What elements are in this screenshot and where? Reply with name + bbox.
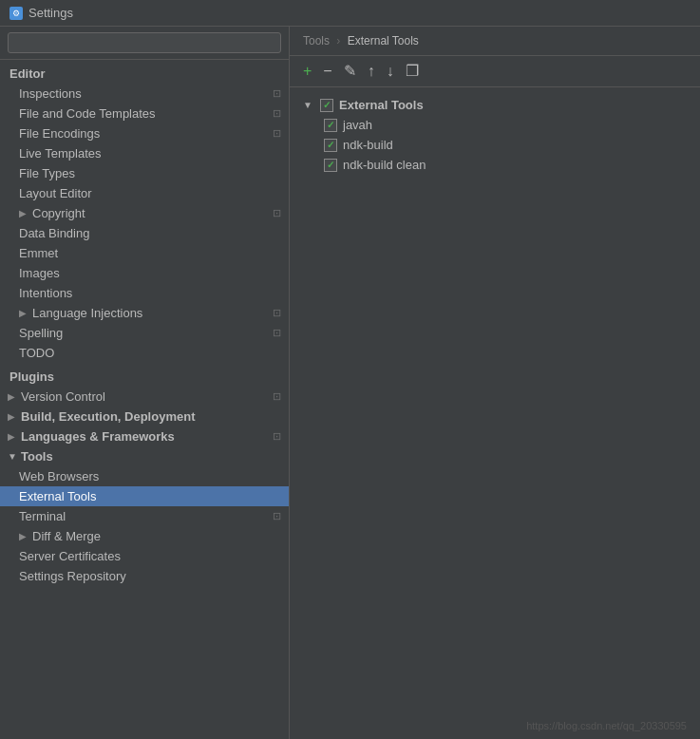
title-text: Settings bbox=[28, 6, 73, 20]
tool-item-ndk-build[interactable]: ndk-build bbox=[299, 135, 691, 155]
expand-arrow: ▶ bbox=[8, 431, 21, 442]
sidebar-item-label: File Encodings bbox=[19, 126, 273, 141]
external-tools-group[interactable]: ▼ External Tools bbox=[299, 95, 691, 115]
tool-checkbox[interactable] bbox=[324, 139, 337, 152]
sidebar-item-label: Intentions bbox=[19, 286, 281, 300]
sidebar-item-label: Emmet bbox=[19, 246, 281, 260]
sidebar-item-file-types[interactable]: File Types bbox=[0, 163, 289, 183]
sidebar-item-emmet[interactable]: Emmet bbox=[0, 243, 289, 263]
add-button[interactable]: + bbox=[299, 62, 315, 81]
sidebar-item-label: Live Templates bbox=[19, 146, 281, 161]
sidebar-item-live-templates[interactable]: Live Templates bbox=[0, 143, 289, 163]
search-box bbox=[0, 27, 289, 60]
copy-icon: ⊡ bbox=[273, 307, 281, 319]
tool-label: javah bbox=[343, 118, 372, 132]
sidebar-item-language-injections[interactable]: ▶ Language Injections ⊡ bbox=[0, 303, 289, 323]
sidebar-item-label: Data Binding bbox=[19, 226, 281, 240]
sidebar-item-label: Terminal bbox=[19, 509, 273, 523]
group-label: External Tools bbox=[339, 98, 424, 112]
plugins-section-header: Plugins bbox=[0, 367, 289, 387]
tool-checkbox[interactable] bbox=[324, 159, 337, 172]
copy-icon: ⊡ bbox=[273, 207, 281, 219]
sidebar-item-server-certificates[interactable]: Server Certificates bbox=[0, 546, 289, 566]
sidebar-item-label: Server Certificates bbox=[19, 549, 281, 563]
tool-label: ndk-build bbox=[343, 138, 393, 152]
copy-group-button[interactable]: ❐ bbox=[402, 62, 423, 81]
copy-icon: ⊡ bbox=[273, 87, 281, 100]
expand-arrow: ▶ bbox=[19, 208, 32, 218]
sidebar-item-terminal[interactable]: Terminal ⊡ bbox=[0, 506, 289, 526]
sidebar-item-web-browsers[interactable]: Web Browsers bbox=[0, 466, 289, 486]
sidebar-item-label: Settings Repository bbox=[19, 569, 281, 583]
copy-icon: ⊡ bbox=[273, 107, 281, 120]
tool-item-javah[interactable]: javah bbox=[299, 115, 691, 135]
sidebar-item-version-control[interactable]: ▶ Version Control ⊡ bbox=[0, 387, 289, 407]
copy-icon: ⊡ bbox=[273, 430, 281, 443]
settings-icon: ⚙ bbox=[9, 7, 23, 20]
title-bar: ⚙ Settings bbox=[0, 0, 700, 27]
move-down-button[interactable]: ↓ bbox=[383, 62, 398, 81]
tool-item-ndk-build-clean[interactable]: ndk-build clean bbox=[299, 155, 691, 175]
copy-icon: ⊡ bbox=[273, 510, 281, 522]
copy-icon: ⊡ bbox=[273, 390, 281, 403]
sidebar-item-label: Version Control bbox=[21, 389, 273, 404]
right-panel: Tools › External Tools + − ✎ ↑ ↓ ❐ ▼ Ext… bbox=[290, 27, 700, 739]
sidebar-content: Editor Inspections ⊡ File and Code Templ… bbox=[0, 60, 289, 739]
sidebar-item-label: External Tools bbox=[19, 489, 281, 503]
sidebar-item-file-code-templates[interactable]: File and Code Templates ⊡ bbox=[0, 104, 289, 123]
sidebar-item-copyright[interactable]: ▶ Copyright ⊡ bbox=[0, 203, 289, 223]
tool-label: ndk-build clean bbox=[343, 158, 426, 172]
sidebar-item-inspections[interactable]: Inspections ⊡ bbox=[0, 84, 289, 104]
sidebar-item-settings-repository[interactable]: Settings Repository bbox=[0, 566, 289, 586]
expand-arrow: ▼ bbox=[8, 451, 21, 462]
sidebar-item-external-tools[interactable]: External Tools bbox=[0, 486, 289, 506]
move-up-button[interactable]: ↑ bbox=[364, 62, 379, 81]
sidebar-item-label: Layout Editor bbox=[19, 186, 281, 200]
sidebar-item-tools-header[interactable]: ▼ Tools bbox=[0, 446, 289, 466]
sidebar-item-todo[interactable]: TODO bbox=[0, 343, 289, 363]
sidebar-item-label: Build, Execution, Deployment bbox=[21, 409, 281, 424]
sidebar-item-label: File and Code Templates bbox=[19, 106, 273, 121]
expand-arrow: ▶ bbox=[8, 411, 21, 422]
sidebar-item-label: Copyright bbox=[32, 206, 273, 220]
sidebar: Editor Inspections ⊡ File and Code Templ… bbox=[0, 27, 290, 739]
sidebar-item-languages[interactable]: ▶ Languages & Frameworks ⊡ bbox=[0, 426, 289, 446]
sidebar-item-label: TODO bbox=[19, 346, 281, 360]
expand-arrow: ▶ bbox=[19, 308, 32, 318]
breadcrumb-parent: Tools bbox=[303, 34, 330, 47]
sidebar-item-spelling[interactable]: Spelling ⊡ bbox=[0, 323, 289, 343]
sidebar-item-label: Tools bbox=[21, 449, 281, 464]
main-container: Editor Inspections ⊡ File and Code Templ… bbox=[0, 27, 700, 739]
search-input[interactable] bbox=[8, 32, 281, 53]
group-checkbox[interactable] bbox=[320, 99, 333, 112]
breadcrumb: Tools › External Tools bbox=[290, 27, 700, 56]
remove-button[interactable]: − bbox=[319, 62, 335, 81]
sidebar-item-label: Diff & Merge bbox=[32, 529, 281, 543]
sidebar-item-build[interactable]: ▶ Build, Execution, Deployment bbox=[0, 407, 289, 426]
sidebar-item-layout-editor[interactable]: Layout Editor bbox=[0, 183, 289, 203]
sidebar-item-images[interactable]: Images bbox=[0, 263, 289, 283]
group-expand-arrow: ▼ bbox=[303, 100, 314, 110]
copy-icon: ⊡ bbox=[273, 127, 281, 140]
sidebar-item-file-encodings[interactable]: File Encodings ⊡ bbox=[0, 123, 289, 143]
breadcrumb-current: External Tools bbox=[348, 34, 419, 47]
sidebar-item-intentions[interactable]: Intentions bbox=[0, 283, 289, 303]
tool-checkbox[interactable] bbox=[324, 119, 337, 132]
tools-tree: ▼ External Tools javah ndk-build ndk-bui… bbox=[290, 87, 700, 182]
watermark: https://blog.csdn.net/qq_20330595 bbox=[290, 712, 700, 739]
sidebar-item-data-binding[interactable]: Data Binding bbox=[0, 223, 289, 243]
edit-button[interactable]: ✎ bbox=[340, 62, 360, 81]
expand-arrow: ▶ bbox=[19, 531, 32, 541]
expand-arrow: ▶ bbox=[8, 391, 21, 402]
sidebar-item-diff-merge[interactable]: ▶ Diff & Merge bbox=[0, 526, 289, 546]
breadcrumb-separator: › bbox=[336, 34, 340, 47]
sidebar-item-label: Inspections bbox=[19, 86, 273, 101]
copy-icon: ⊡ bbox=[273, 327, 281, 339]
editor-section-header: Editor bbox=[0, 64, 289, 84]
sidebar-item-label: Languages & Frameworks bbox=[21, 429, 273, 444]
sidebar-item-label: Web Browsers bbox=[19, 469, 281, 483]
sidebar-item-label: File Types bbox=[19, 166, 281, 180]
sidebar-item-label: Language Injections bbox=[32, 306, 273, 320]
sidebar-item-label: Spelling bbox=[19, 326, 273, 340]
sidebar-item-label: Images bbox=[19, 266, 281, 280]
